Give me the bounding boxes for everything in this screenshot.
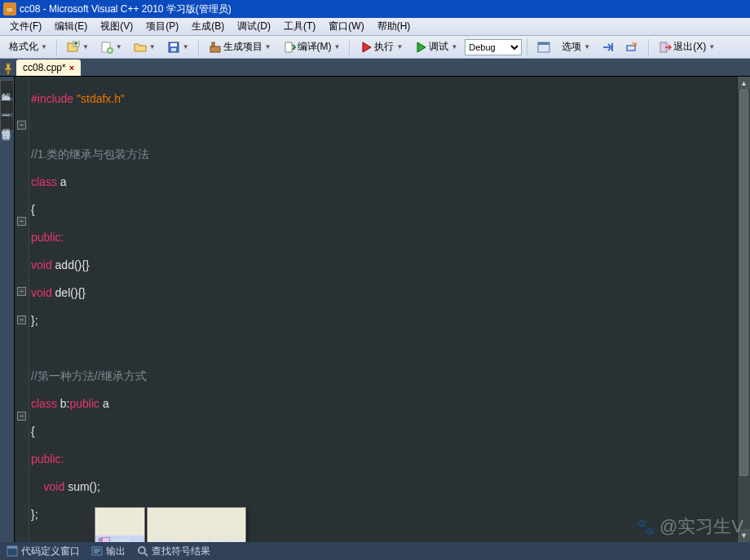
tab-cc08[interactable]: cc08.cpp* × xyxy=(16,60,81,76)
menu-debug[interactable]: 调试(D) xyxy=(231,18,277,35)
svg-rect-20 xyxy=(7,546,17,549)
title-bar: ∞ cc08 - Microsoft Visual C++ 2010 学习版(管… xyxy=(0,0,750,18)
window-tile-button[interactable] xyxy=(533,38,554,56)
step-button[interactable] xyxy=(598,38,619,56)
intellisense-popup[interactable]: add del xyxy=(95,507,145,542)
open-button[interactable]: ▼ xyxy=(130,38,160,56)
menu-build[interactable]: 生成(B) xyxy=(185,18,231,35)
options-button[interactable]: 选项▼ xyxy=(558,38,594,56)
gutter: − − − − − xyxy=(15,77,29,542)
menu-help[interactable]: 帮助(H) xyxy=(371,18,417,35)
panel-icon xyxy=(7,545,18,557)
window-title: cc08 - Microsoft Visual C++ 2010 学习版(管理员… xyxy=(20,2,232,16)
close-icon[interactable]: × xyxy=(69,63,74,73)
intellisense-tooltip: public : void a::add() 文件:cc08.cpp xyxy=(147,507,246,542)
separator xyxy=(198,39,200,55)
sidebar-tab-class-view[interactable]: 类视图 xyxy=(0,100,14,114)
pin-icon[interactable] xyxy=(2,63,15,76)
menu-file[interactable]: 文件(F) xyxy=(3,18,48,35)
sidebar-tab-property-manager[interactable]: 属性管理器 xyxy=(0,116,14,131)
run-button[interactable]: 执行▼ xyxy=(355,38,407,56)
compile-label: 编译(M) xyxy=(298,40,332,54)
svg-rect-5 xyxy=(170,43,177,46)
scroll-down-icon[interactable]: ▼ xyxy=(738,529,750,542)
svg-rect-6 xyxy=(171,48,176,51)
compile-button[interactable]: 编译(M)▼ xyxy=(279,38,345,56)
scroll-thumb[interactable] xyxy=(739,90,748,476)
sidebar-tool-tabs: 解决方案资源管理器 类视图 属性管理器 xyxy=(0,77,15,542)
build-project-label: 生成项目 xyxy=(223,40,262,54)
fold-icon[interactable]: − xyxy=(17,315,26,324)
sidebar-tab-solution-explorer[interactable]: 解决方案资源管理器 xyxy=(0,80,14,99)
fold-icon[interactable]: − xyxy=(17,412,26,421)
panel-output[interactable]: 输出 xyxy=(91,545,126,558)
editor-area: 解决方案资源管理器 类视图 属性管理器 − − − − − #include "… xyxy=(0,77,750,542)
vertical-scrollbar[interactable]: ▲ ▼ xyxy=(737,77,750,542)
menu-window[interactable]: 窗口(W) xyxy=(322,18,370,35)
debug-label: 调试 xyxy=(429,40,448,54)
exit-button[interactable]: 退出(X)▼ xyxy=(655,38,719,56)
code-editor[interactable]: #include "stdafx.h" //1.类的继承与包装方法 class … xyxy=(29,77,737,542)
search-icon xyxy=(137,545,148,557)
app-icon: ∞ xyxy=(3,2,16,15)
tab-strip: cc08.cpp* × xyxy=(0,59,750,77)
status-bar: 代码定义窗口 输出 查找符号结果 xyxy=(0,542,750,560)
tab-label: cc08.cpp* xyxy=(23,62,66,73)
build-project-button[interactable]: 生成项目▼ xyxy=(205,38,276,56)
fold-icon[interactable]: − xyxy=(17,287,26,296)
separator xyxy=(527,39,528,55)
svg-point-22 xyxy=(139,547,145,553)
menu-bar: 文件(F) 编辑(E) 视图(V) 项目(P) 生成(B) 调试(D) 工具(T… xyxy=(0,18,750,36)
fold-icon[interactable]: − xyxy=(17,121,26,130)
panel-code-definition[interactable]: 代码定义窗口 xyxy=(7,545,80,558)
format-button[interactable]: 格式化▼ xyxy=(5,38,51,56)
options-label: 选项 xyxy=(562,40,581,54)
fold-icon[interactable]: − xyxy=(17,217,26,226)
step-into-button[interactable] xyxy=(622,38,643,56)
menu-edit[interactable]: 编辑(E) xyxy=(48,18,94,35)
separator xyxy=(349,39,351,55)
svg-rect-13 xyxy=(627,46,635,51)
menu-tools[interactable]: 工具(T) xyxy=(277,18,322,35)
new-project-button[interactable]: ▼ xyxy=(63,38,93,56)
debug-button[interactable]: 调试▼ xyxy=(410,38,461,56)
format-label: 格式化 xyxy=(9,40,38,54)
svg-rect-7 xyxy=(210,46,220,52)
panel-find-symbol[interactable]: 查找符号结果 xyxy=(137,545,210,558)
separator xyxy=(648,39,650,55)
run-label: 执行 xyxy=(374,40,394,54)
svg-rect-12 xyxy=(611,43,613,51)
exit-label: 退出(X) xyxy=(673,40,706,54)
menu-project[interactable]: 项目(P) xyxy=(139,18,185,35)
save-button[interactable]: ▼ xyxy=(163,38,193,56)
svg-rect-9 xyxy=(285,42,292,52)
toolbar: 格式化▼ ▼ ▼ ▼ ▼ 生成项目▼ 编译(M)▼ 执行▼ 调试▼ Debug … xyxy=(0,36,750,59)
svg-rect-8 xyxy=(212,42,214,46)
scroll-up-icon[interactable]: ▲ xyxy=(738,77,750,90)
add-item-button[interactable]: ▼ xyxy=(96,38,126,56)
panel-icon xyxy=(91,545,103,557)
svg-rect-11 xyxy=(538,42,549,45)
intellisense-item-add[interactable]: add xyxy=(95,536,144,542)
config-dropdown[interactable]: Debug xyxy=(465,39,522,55)
separator xyxy=(56,39,58,55)
menu-view[interactable]: 视图(V) xyxy=(94,18,139,35)
